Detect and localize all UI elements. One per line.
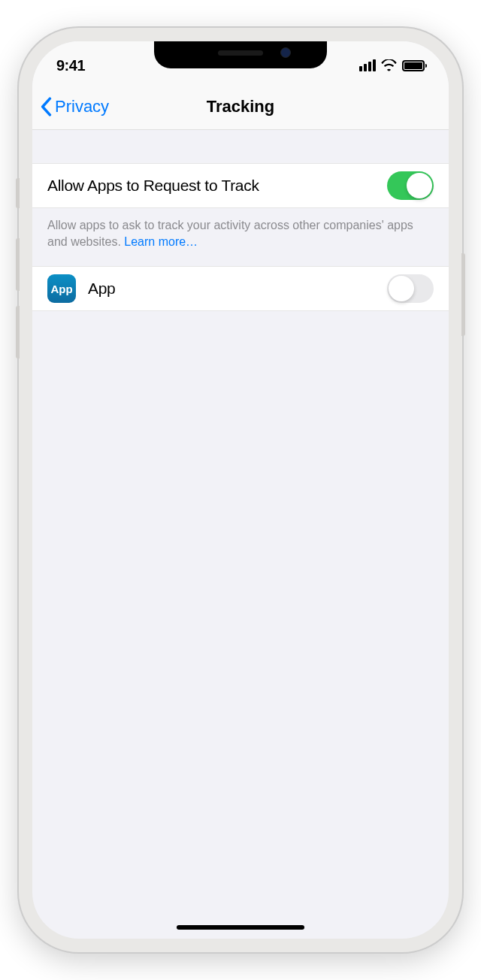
- battery-icon: [402, 60, 425, 71]
- footer-description: Allow apps to ask to track your activity…: [32, 208, 449, 266]
- page-title: Tracking: [207, 97, 274, 116]
- allow-tracking-toggle[interactable]: [387, 171, 434, 200]
- back-label: Privacy: [55, 97, 109, 116]
- navigation-bar: Privacy Tracking: [32, 83, 449, 130]
- notch: [154, 41, 327, 68]
- speaker: [218, 50, 263, 56]
- wifi-icon: [381, 59, 397, 71]
- home-indicator[interactable]: [177, 925, 304, 930]
- allow-tracking-cell: Allow Apps to Request to Track: [32, 163, 449, 208]
- status-time: 9:41: [56, 57, 85, 74]
- volume-down-button: [16, 306, 20, 358]
- volume-up-button: [16, 238, 20, 291]
- app-icon: App: [47, 274, 76, 303]
- app-tracking-toggle[interactable]: [387, 274, 434, 303]
- chevron-left-icon: [40, 97, 52, 116]
- cellular-signal-icon: [359, 59, 376, 71]
- status-icons: [359, 59, 425, 71]
- learn-more-link[interactable]: Learn more…: [124, 235, 198, 248]
- content: Allow Apps to Request to Track Allow app…: [32, 130, 449, 311]
- footer-text: Allow apps to ask to track your activity…: [47, 219, 413, 248]
- app-tracking-cell: App App: [32, 266, 449, 311]
- mute-switch: [16, 178, 20, 208]
- front-camera: [280, 47, 291, 58]
- phone-frame: 9:41 Privacy Tracking Al: [19, 28, 462, 952]
- back-button[interactable]: Privacy: [40, 97, 109, 116]
- screen: 9:41 Privacy Tracking Al: [32, 41, 449, 939]
- allow-tracking-label: Allow Apps to Request to Track: [47, 177, 259, 195]
- app-name-label: App: [88, 280, 115, 298]
- side-button: [461, 253, 465, 336]
